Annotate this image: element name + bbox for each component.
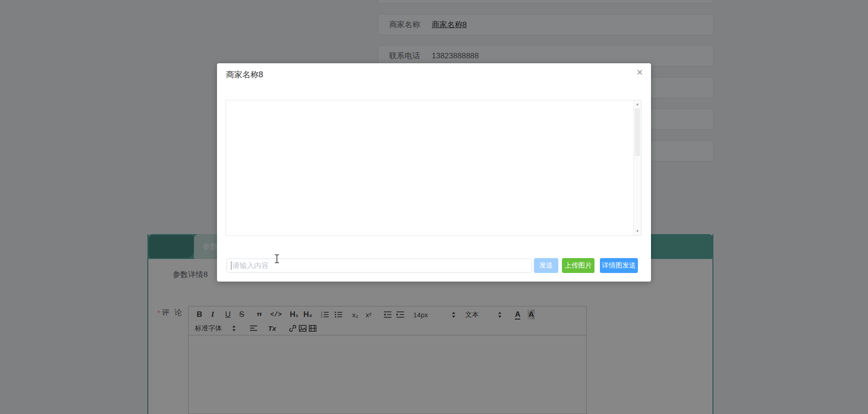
close-icon[interactable]: × — [637, 67, 643, 78]
text-caret — [231, 261, 231, 270]
scrollbar-thumb[interactable] — [635, 108, 640, 156]
send-button[interactable]: 发送 — [534, 258, 558, 273]
ibeam-mouse-cursor — [274, 254, 280, 265]
upload-image-button[interactable]: 上传图片 — [562, 258, 594, 273]
merchant-chat-dialog: 商家名称8 × ▲ ▼ 发送 上传图片 详情图发送 — [217, 63, 651, 282]
dialog-title: 商家名称8 — [226, 69, 263, 80]
screen: 商家名称 商家名称8 联系电话 13823888888 参数 参数详情8 *评 … — [0, 0, 868, 414]
dialog-message-area[interactable]: ▲ ▼ — [226, 100, 642, 236]
scroll-up-icon[interactable]: ▲ — [634, 101, 641, 108]
message-input[interactable] — [226, 259, 532, 273]
scroll-down-icon[interactable]: ▼ — [634, 228, 641, 235]
scrollbar[interactable]: ▲ ▼ — [633, 100, 641, 235]
send-detail-image-button[interactable]: 详情图发送 — [600, 258, 638, 273]
